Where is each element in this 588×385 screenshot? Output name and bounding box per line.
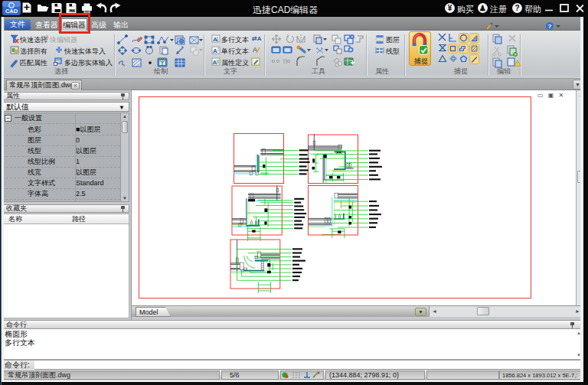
svg-text:A: A bbox=[213, 47, 217, 54]
svg-text:⇄A: ⇄A bbox=[252, 35, 262, 42]
svg-text:CAD: CAD bbox=[5, 8, 18, 15]
svg-text:?: ? bbox=[548, 23, 552, 30]
svg-text:A: A bbox=[213, 36, 217, 43]
svg-text:A: A bbox=[213, 59, 217, 66]
